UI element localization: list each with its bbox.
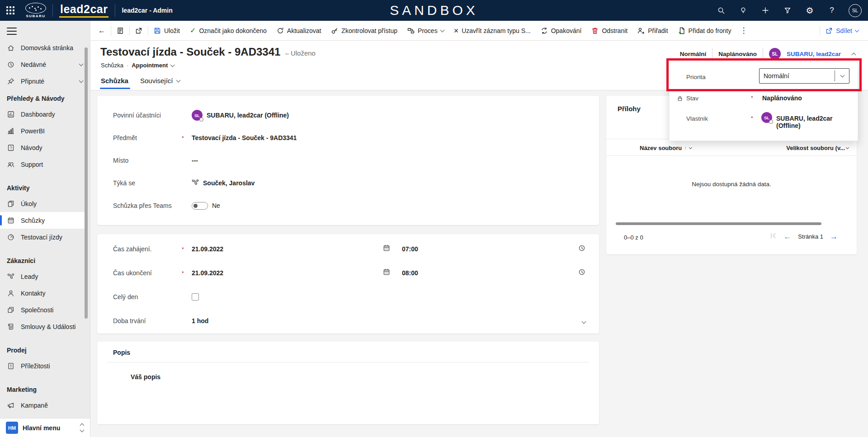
recurrence-button[interactable]: Opakování [536,23,587,38]
duration-value[interactable]: 1 hod [192,317,208,324]
clock-icon[interactable] [578,268,585,277]
calendar-icon [7,216,15,225]
all-day-checkbox[interactable] [192,293,199,301]
divider [115,4,115,17]
hamburger-menu-icon[interactable] [7,28,17,35]
sidebar-item-recent[interactable]: Nedávné [0,56,90,73]
status-value[interactable]: Naplánováno [762,94,802,102]
start-date-value[interactable]: 21.09.2022 [192,245,383,253]
tab-souvisejici[interactable]: Související [140,77,180,85]
sidebar-item-support[interactable]: Support [0,156,90,173]
filter-icon[interactable] [782,5,793,16]
header-flyout: Priorita Normální Stav * Naplánováno Vla… [669,61,858,141]
field-label: Předmět [113,134,182,141]
check-access-label: Zkontrolovat přístup [341,27,397,34]
lightbulb-icon[interactable] [738,5,749,16]
column-header-filename[interactable]: Název souboru ↑ [640,145,692,151]
column-header-filesize[interactable]: Velikost souboru (v... [786,145,849,151]
sidebar-item-powerbi[interactable]: PowerBI [0,122,90,139]
process-button[interactable]: Proces [402,23,449,38]
sidebar-item-leads[interactable]: Leady [0,268,90,285]
sidebar-item-label: Leady [21,273,38,280]
queue-icon [678,27,685,34]
form-switcher-button[interactable] [112,23,129,38]
scroll-icon [7,323,15,331]
previous-page-icon[interactable]: ← [783,233,791,240]
sidebar-item-label: Schůzky [21,217,45,224]
first-page-icon[interactable] [770,232,777,240]
app-logo[interactable]: lead2car [59,3,108,18]
main-menu-badge: HM [6,422,18,434]
sidebar-item-pinned[interactable]: Připnuté [0,73,90,89]
sidebar-item-contracts[interactable]: Smlouvy & Události [0,318,90,335]
tab-schuzka[interactable]: Schůzka [101,77,128,85]
sidebar-item-test-drives[interactable]: Testovací jízdy [0,229,90,245]
sidebar-item-appointments[interactable]: Schůzky [0,212,85,229]
sidebar-item-contacts[interactable]: Kontakty [0,285,90,301]
check-access-button[interactable]: Zkontrolovat přístup [326,23,402,38]
divider [111,26,111,36]
back-arrow-icon: ← [98,27,105,34]
gear-icon[interactable]: ⚙ [804,5,815,16]
priority-combobox[interactable]: Normální [759,68,849,84]
collapse-header-chevron-icon[interactable] [852,52,856,57]
end-time-value[interactable]: 08:00 [402,269,418,277]
sidebar-item-label: Společnosti [21,306,53,314]
horizontal-scrollbar[interactable] [616,222,821,225]
record-title: Testovací jízda - Souček - 9AD3341 [100,46,280,58]
back-button[interactable]: ← [93,23,110,38]
teams-toggle[interactable] [192,202,208,210]
expand-collapse-icon[interactable] [80,424,84,432]
plus-icon[interactable] [760,5,771,16]
sidebar-item-guides[interactable]: ? Návody [0,139,90,156]
add-to-queue-button[interactable]: Přidat do fronty [673,23,736,38]
calendar-icon[interactable] [383,268,390,277]
save-status: – Uloženo [285,49,316,57]
refresh-button[interactable]: Aktualizovat [272,23,326,38]
task-pages-icon [7,200,15,208]
chevron-down-icon[interactable] [582,317,585,324]
user-avatar[interactable]: SL [849,4,862,17]
more-commands-icon[interactable]: ⋮ [736,26,751,35]
subject-value[interactable]: Testovací jízda - Souček - 9AD3341 [192,134,297,141]
help-icon[interactable]: ? [826,5,837,16]
popout-button[interactable] [130,23,147,38]
mark-complete-button[interactable]: ✓ Označit jako dokončeno [185,23,272,38]
assign-button[interactable]: Přiřadit [632,23,673,38]
save-button[interactable]: Uložit [149,23,185,38]
form-selector[interactable]: Appointment [132,62,168,69]
owner-value[interactable]: SUBARU, lead2car (Offline) [776,115,858,129]
svg-text:?: ? [10,146,12,150]
delete-button[interactable]: Odstranit [586,23,632,38]
header-priority-value[interactable]: Normální [680,51,707,57]
description-value[interactable]: Váš popis [131,373,589,381]
sidebar-scrollbar[interactable] [85,47,88,319]
sidebar-item-tasks[interactable]: Úkoly [0,195,90,212]
attendee-value[interactable]: SUBARU, lead2car (Offline) [207,112,289,119]
sidebar-item-home[interactable]: Domovská stránka [0,39,90,56]
waffle-menu-icon[interactable] [0,0,21,21]
start-time-value[interactable]: 07:00 [402,245,418,253]
calendar-icon[interactable] [383,244,390,253]
header-owner-link[interactable]: SUBARU, lead2car [787,51,841,57]
location-value[interactable]: --- [192,157,198,164]
main-menu-switcher[interactable]: HM Hlavní menu [0,418,90,437]
header-status-value[interactable]: Naplánováno [718,51,757,57]
sidebar-item-companies[interactable]: Společnosti [0,301,90,318]
end-date-value[interactable]: 21.09.2022 [192,269,383,277]
sidebar-item-opportunities[interactable]: Příležitosti [0,357,90,374]
close-record-button[interactable]: × Uzavřít záznam typu S... [449,23,536,38]
clock-icon[interactable] [578,244,585,253]
app-area-title[interactable]: lead2car - Admin [122,7,172,14]
megaphone-icon [7,401,15,409]
sidebar-item-dashboards[interactable]: Dashboardy [0,106,90,122]
regarding-value[interactable]: Souček, Jaroslav [203,179,255,187]
sidebar-item-campaigns[interactable]: Kampaně [0,397,90,414]
field-label: Celý den [113,293,182,301]
recurrence-icon [541,27,548,34]
next-page-icon[interactable]: → [830,233,838,240]
tab-label: Schůzka [101,77,128,85]
share-button[interactable]: Sdílet [821,23,863,38]
search-icon[interactable] [716,5,726,16]
field-label: Schůzka přes Teams [113,202,182,209]
